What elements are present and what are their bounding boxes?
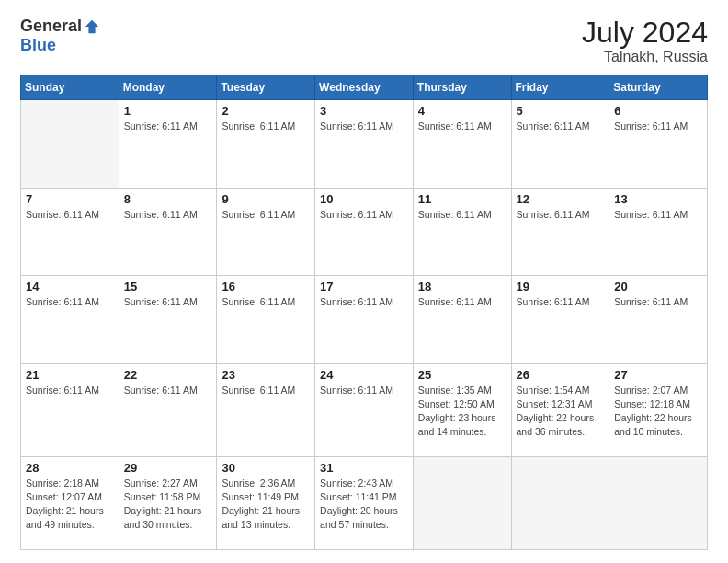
day-number: 24 [320,368,408,382]
day-info: Sunrise: 6:11 AM [418,295,506,309]
calendar-day: 11Sunrise: 6:11 AM [413,188,511,275]
day-number: 11 [418,192,506,206]
calendar-week-3: 14Sunrise: 6:11 AM15Sunrise: 6:11 AM16Su… [21,276,708,363]
calendar-day: 28Sunrise: 2:18 AM Sunset: 12:07 AM Dayl… [21,456,119,549]
calendar-day: 12Sunrise: 6:11 AM [511,188,609,275]
calendar-table: Sunday Monday Tuesday Wednesday Thursday… [20,75,708,550]
day-number: 27 [614,368,702,382]
calendar-day: 8Sunrise: 6:11 AM [119,188,217,275]
logo-blue-text: Blue [20,36,56,55]
day-number: 29 [124,461,212,475]
day-number: 13 [614,192,702,206]
day-number: 16 [222,280,310,293]
day-number: 25 [418,368,506,382]
day-info: Sunrise: 6:11 AM [222,120,310,133]
day-number: 17 [320,280,408,293]
day-info: Sunrise: 6:11 AM [418,208,506,222]
calendar-day: 15Sunrise: 6:11 AM [119,276,217,363]
day-info: Sunrise: 6:11 AM [614,208,702,222]
day-number: 6 [614,104,702,118]
day-info: Sunrise: 2:36 AM Sunset: 11:49 PM Daylig… [222,477,310,533]
calendar-day: 14Sunrise: 6:11 AM [21,276,119,363]
calendar-day: 31Sunrise: 2:43 AM Sunset: 11:41 PM Dayl… [315,456,414,549]
day-number: 26 [517,368,605,382]
location: Talnakh, Russia [582,49,708,65]
calendar-day: 24Sunrise: 6:11 AM [315,363,414,456]
day-number: 3 [320,104,408,118]
header-thursday: Thursday [413,75,511,100]
calendar-day: 1Sunrise: 6:11 AM [119,100,217,188]
calendar-day: 17Sunrise: 6:11 AM [315,276,414,363]
header: General Blue July 2024 Talnakh, Russia [20,17,708,65]
day-number: 28 [26,461,114,475]
day-info: Sunrise: 6:11 AM [26,384,114,397]
day-info: Sunrise: 2:07 AM Sunset: 12:18 AM Daylig… [614,384,702,440]
logo: General Blue [20,17,100,55]
calendar-week-5: 28Sunrise: 2:18 AM Sunset: 12:07 AM Dayl… [21,456,708,549]
calendar-day: 30Sunrise: 2:36 AM Sunset: 11:49 PM Dayl… [217,456,315,549]
calendar-day: 4Sunrise: 6:11 AM [413,100,511,188]
calendar-day: 27Sunrise: 2:07 AM Sunset: 12:18 AM Dayl… [609,363,708,456]
svg-marker-0 [85,19,98,32]
day-number: 4 [418,104,506,118]
weekday-header-row: Sunday Monday Tuesday Wednesday Thursday… [21,75,708,100]
day-number: 22 [124,368,212,382]
day-info: Sunrise: 2:27 AM Sunset: 11:58 PM Daylig… [124,477,212,533]
calendar-day: 25Sunrise: 1:35 AM Sunset: 12:50 AM Dayl… [413,363,511,456]
calendar-week-2: 7Sunrise: 6:11 AM8Sunrise: 6:11 AM9Sunri… [21,188,708,275]
calendar-day: 21Sunrise: 6:11 AM [21,363,119,456]
logo-general-text: General [20,17,82,36]
page: General Blue July 2024 Talnakh, Russia S… [0,0,728,563]
calendar-week-1: 1Sunrise: 6:11 AM2Sunrise: 6:11 AM3Sunri… [21,100,708,188]
calendar-day: 19Sunrise: 6:11 AM [511,276,609,363]
calendar-day: 13Sunrise: 6:11 AM [609,188,708,275]
day-info: Sunrise: 2:43 AM Sunset: 11:41 PM Daylig… [320,477,408,533]
day-number: 12 [517,192,605,206]
calendar-week-4: 21Sunrise: 6:11 AM22Sunrise: 6:11 AM23Su… [21,363,708,456]
calendar-day [609,456,708,549]
header-tuesday: Tuesday [217,75,315,100]
calendar-day: 2Sunrise: 6:11 AM [217,100,315,188]
day-number: 7 [26,192,114,206]
day-info: Sunrise: 6:11 AM [517,208,605,222]
day-number: 14 [26,280,114,293]
calendar-day: 7Sunrise: 6:11 AM [21,188,119,275]
header-friday: Friday [511,75,609,100]
calendar-day: 18Sunrise: 6:11 AM [413,276,511,363]
day-number: 30 [222,461,310,475]
day-info: Sunrise: 6:11 AM [222,384,310,397]
day-number: 2 [222,104,310,118]
calendar-day: 5Sunrise: 6:11 AM [511,100,609,188]
header-wednesday: Wednesday [315,75,414,100]
calendar-day: 6Sunrise: 6:11 AM [609,100,708,188]
calendar-day: 16Sunrise: 6:11 AM [217,276,315,363]
day-info: Sunrise: 6:11 AM [517,295,605,309]
day-info: Sunrise: 1:54 AM Sunset: 12:31 AM Daylig… [517,384,605,440]
calendar-day: 22Sunrise: 6:11 AM [119,363,217,456]
calendar-day: 9Sunrise: 6:11 AM [217,188,315,275]
day-info: Sunrise: 6:11 AM [614,295,702,309]
day-number: 18 [418,280,506,293]
day-info: Sunrise: 6:11 AM [26,295,114,309]
day-info: Sunrise: 6:11 AM [26,208,114,222]
day-number: 5 [517,104,605,118]
calendar-day: 23Sunrise: 6:11 AM [217,363,315,456]
day-info: Sunrise: 6:11 AM [320,120,408,133]
day-number: 15 [124,280,212,293]
logo-icon [84,18,100,35]
day-info: Sunrise: 6:11 AM [124,208,212,222]
calendar-day: 26Sunrise: 1:54 AM Sunset: 12:31 AM Dayl… [511,363,609,456]
day-info: Sunrise: 6:11 AM [320,384,408,397]
day-info: Sunrise: 6:11 AM [222,208,310,222]
day-number: 9 [222,192,310,206]
day-info: Sunrise: 6:11 AM [124,295,212,309]
calendar-day [511,456,609,549]
day-info: Sunrise: 2:18 AM Sunset: 12:07 AM Daylig… [26,477,114,533]
day-info: Sunrise: 1:35 AM Sunset: 12:50 AM Daylig… [418,384,506,440]
header-monday: Monday [119,75,217,100]
day-number: 10 [320,192,408,206]
day-info: Sunrise: 6:11 AM [124,120,212,133]
day-info: Sunrise: 6:11 AM [614,120,702,133]
calendar-day [413,456,511,549]
calendar-day: 3Sunrise: 6:11 AM [315,100,414,188]
